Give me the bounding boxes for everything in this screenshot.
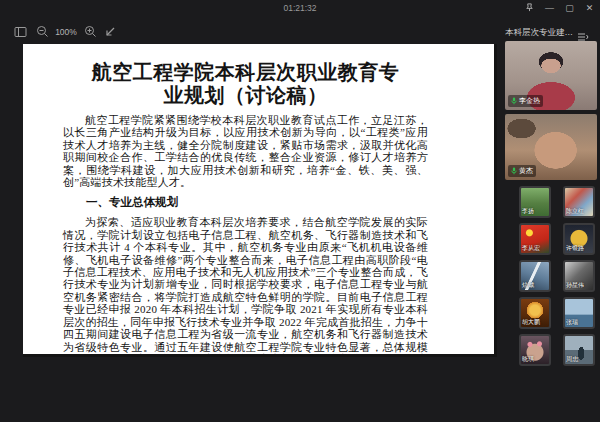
- participant-tile[interactable]: 许银路: [563, 223, 595, 255]
- participant-tile[interactable]: 炫诚: [519, 260, 551, 292]
- participant-name: 周忠: [566, 355, 578, 364]
- participant-name: 李金热: [519, 96, 540, 106]
- document-heading-1: 一、专业总体规划: [63, 195, 428, 210]
- document-paragraph-1: 航空工程学院紧紧围绕学校本科层次职业教育试点工作，立足江苏，以长三角产业结构升级…: [63, 114, 428, 188]
- participant-name: 炫诚: [522, 281, 534, 290]
- sidebar-title: 本科层次专业建…: [505, 27, 573, 39]
- participant-name: 黄杰: [519, 166, 533, 176]
- participant-name: 李从宏: [522, 244, 540, 253]
- participant-name: 李扬: [522, 207, 534, 216]
- participant-tile[interactable]: 陈立红: [563, 186, 595, 218]
- document-paragraph-2: 为探索、适应职业教育本科层次培养要求，结合航空学院发展的实际情况，学院计划设立包…: [63, 216, 428, 357]
- video-tile-featured-1[interactable]: 李金热: [505, 41, 597, 110]
- sidebar-header: 本科层次专业建…: [505, 26, 597, 40]
- participant-name: 许银路: [566, 244, 584, 253]
- participant-tile[interactable]: 周忠: [563, 334, 595, 366]
- participant-tile[interactable]: 李从宏: [519, 223, 551, 255]
- zoom-level[interactable]: 100%: [53, 27, 79, 37]
- titlebar: 01:21:32 — ▢ ✕: [0, 0, 600, 16]
- panel-toggle-icon[interactable]: [14, 24, 28, 38]
- meeting-duration: 01:21:32: [0, 3, 600, 13]
- pointer-icon[interactable]: [104, 24, 118, 38]
- mic-on-icon: [511, 97, 517, 105]
- name-badge: 李金热: [508, 95, 543, 107]
- layout-toggle-icon[interactable]: [577, 28, 589, 38]
- video-tile-featured-2[interactable]: 黄杰: [505, 114, 597, 180]
- participant-name: 晓琪: [522, 355, 534, 364]
- participant-grid: 李扬 陈立红 李从宏 许银路 炫诚 孙星伟 胡大鹏 张瑞 晓琪 周忠: [519, 186, 597, 366]
- video-sidebar: 李金热 黄杰: [505, 41, 597, 189]
- pin-icon[interactable]: [523, 1, 536, 14]
- participant-tile[interactable]: 胡大鹏: [519, 297, 551, 329]
- participant-tile[interactable]: 李扬: [519, 186, 551, 218]
- zoom-out-icon[interactable]: [36, 24, 50, 38]
- participant-name: 胡大鹏: [522, 318, 540, 327]
- mic-on-icon: [511, 167, 517, 175]
- participant-tile[interactable]: 晓琪: [519, 334, 551, 366]
- participant-tile[interactable]: 张瑞: [563, 297, 595, 329]
- control-bar: [0, 368, 600, 422]
- participant-name: 陈立红: [566, 207, 584, 216]
- participant-tile[interactable]: 孙星伟: [563, 260, 595, 292]
- participant-name: 孙星伟: [566, 281, 584, 290]
- minimize-button[interactable]: —: [543, 1, 556, 14]
- close-button[interactable]: ✕: [583, 1, 596, 14]
- zoom-in-icon[interactable]: [84, 24, 98, 38]
- meeting-window: 01:21:32 — ▢ ✕ 100%: [0, 0, 600, 422]
- participant-name: 张瑞: [566, 318, 578, 327]
- document-title: 航空工程学院本科层次职业教育专业规划（讨论稿）: [88, 61, 404, 107]
- maximize-button[interactable]: ▢: [563, 1, 576, 14]
- name-badge: 黄杰: [508, 165, 536, 177]
- shared-screen-document: 航空工程学院本科层次职业教育专业规划（讨论稿） 航空工程学院紧紧围绕学校本科层次…: [23, 44, 497, 357]
